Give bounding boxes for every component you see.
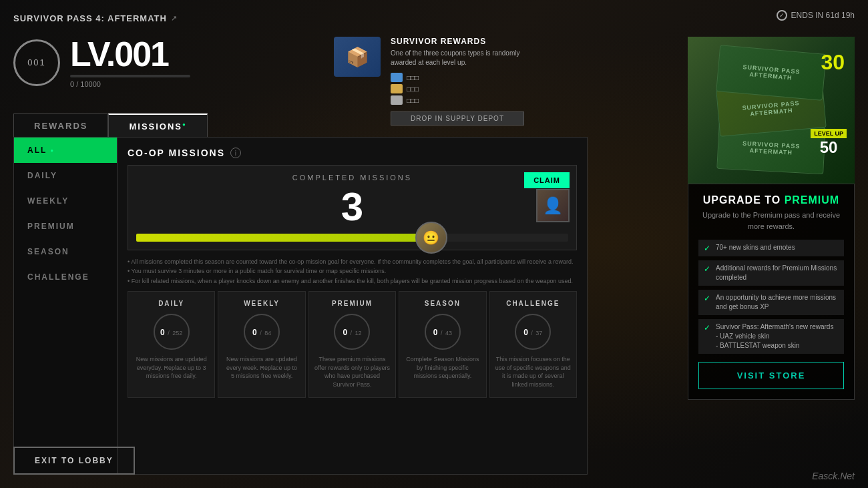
sidebar-item-weekly[interactable]: WEEKLY <box>14 188 117 214</box>
claim-button[interactable]: CLAIM <box>524 172 570 188</box>
weekly-desc: New missions are updated every week. Rep… <box>224 355 299 381</box>
progress-avatar: 😐 <box>415 222 447 254</box>
weekly-circle: 0 / 84 <box>244 314 280 350</box>
reward-color-blue <box>391 73 403 82</box>
mission-card-daily: DAILY 0 / 252 New missions are updated e… <box>128 291 215 397</box>
tab-missions[interactable]: MISSIONS● <box>108 113 207 139</box>
sidebar-item-premium[interactable]: PREMIUM <box>14 214 117 239</box>
premium-label: PREMIUM <box>785 194 840 206</box>
feature-text-2: Additional rewards for Premium Missions … <box>716 264 839 282</box>
external-link-icon[interactable]: ↗ <box>171 14 177 23</box>
upgrade-desc: Upgrade to the Premium pass and receive … <box>698 210 844 232</box>
sidebar-item-season[interactable]: SEASON <box>14 239 117 264</box>
main-content: ALL ● DAILY WEEKLY PREMIUM SEASON CHALLE… <box>13 137 588 475</box>
daily-total-num: 252 <box>172 330 182 336</box>
feature-item-4: ✓ Survivor Pass: Aftermath's new rewards… <box>698 319 844 354</box>
premium-count: 0 <box>343 328 347 337</box>
feature-list: ✓ 70+ new skins and emotes ✓ Additional … <box>698 240 844 354</box>
check-icon-1: ✓ <box>704 244 710 253</box>
all-dot: ● <box>50 148 55 154</box>
coop-progress-fill <box>136 234 439 242</box>
challenge-desc: This mission focuses on the use of speci… <box>495 355 571 389</box>
timer-check-icon: ✓ <box>777 10 787 21</box>
sidebar-item-challenge[interactable]: CHALLENGE <box>14 264 117 290</box>
sidebar-item-all[interactable]: ALL ● <box>14 138 117 163</box>
ends-timer: ✓ ENDS IN 61d 19h <box>777 10 855 21</box>
daily-count: 0 <box>160 328 165 337</box>
survivor-rewards-section: 📦 SURVIVOR REWARDS One of the three coup… <box>334 37 524 126</box>
note-3: • For kill related missions, when a play… <box>128 276 577 286</box>
level-circle: 001 <box>13 39 60 86</box>
feature-text-4: Survivor Pass: Aftermath's new rewards -… <box>716 322 833 350</box>
season-circle: 0 / 43 <box>425 314 461 350</box>
check-icon-4: ✓ <box>704 323 710 332</box>
top-bar: SURVIVOR PASS 4: AFTERMATH ↗ ✓ ENDS IN 6… <box>0 0 868 37</box>
feature-item-2: ✓ Additional rewards for Premium Mission… <box>698 260 844 286</box>
tabs-section: REWARDS MISSIONS● <box>13 113 208 139</box>
mission-card-weekly: WEEKLY 0 / 84 New missions are updated e… <box>218 291 305 397</box>
level-progress: 0 / 10000 <box>70 75 190 88</box>
money-note-1: SURVIVOR PASSAFTERMATH <box>716 45 826 101</box>
right-panel: SURVIVOR PASSAFTERMATH SURVIVOR PASSAFTE… <box>688 37 855 475</box>
season-title: SEASON <box>405 300 480 307</box>
reward-title: SURVIVOR REWARDS <box>391 37 524 46</box>
reward-color-silver <box>391 95 403 105</box>
check-icon-3: ✓ <box>704 294 710 303</box>
completed-title: COMPLETED MISSIONS <box>136 174 568 182</box>
reward-items-list: □□□ □□□ □□□ <box>391 73 524 105</box>
reward-item-silver: □□□ <box>391 95 524 105</box>
level-up-badge: LEVEL UP <box>811 129 847 138</box>
coop-title: CO-OP MISSIONS <box>128 148 225 158</box>
right-content: CO-OP MISSIONS i COMPLETED MISSIONS CLAI… <box>118 138 587 474</box>
reward-item-blue: □□□ <box>391 73 524 82</box>
coop-header: CO-OP MISSIONS i <box>128 148 577 158</box>
upgrade-title: UPGRADE TO PREMIUM <box>698 194 844 206</box>
reward-info: SURVIVOR REWARDS One of the three coupon… <box>391 37 524 126</box>
completed-banner: COMPLETED MISSIONS CLAIM 👤 3 😐 <box>128 165 577 250</box>
game-title: SURVIVOR PASS 4: AFTERMATH <box>13 13 167 23</box>
sidebar-item-daily[interactable]: DAILY <box>14 163 117 188</box>
premium-title: PREMIUM <box>314 300 390 307</box>
avatar-reward: 👤 <box>536 189 570 222</box>
completed-count: 3 <box>136 187 568 227</box>
premium-total-num: 12 <box>355 330 362 336</box>
challenge-total-num: 37 <box>535 330 542 336</box>
drop-supply-button[interactable]: DROP IN SUPPLY DEPOT <box>391 111 524 126</box>
left-sidebar: ALL ● DAILY WEEKLY PREMIUM SEASON CHALLE… <box>14 138 118 474</box>
daily-desc: New missions are updated everyday. Repla… <box>134 355 209 381</box>
challenge-circle: 0 / 37 <box>515 314 551 350</box>
visit-store-button[interactable]: VISIT STORE <box>698 362 844 389</box>
daily-circle: 0 / 252 <box>154 314 190 350</box>
level-section: 001 LV.001 0 / 10000 <box>13 37 190 88</box>
number-50: 50 <box>811 138 847 157</box>
season-desc: Complete Season Missions by finishing sp… <box>405 355 480 381</box>
money-visual: SURVIVOR PASSAFTERMATH SURVIVOR PASSAFTE… <box>718 47 825 174</box>
xp-label: 0 / 10000 <box>70 80 190 88</box>
exit-lobby-button[interactable]: EXIT TO LOBBY <box>13 447 135 475</box>
mission-card-challenge: CHALLENGE 0 / 37 This mission focuses on… <box>489 291 577 397</box>
reward-desc: One of the three coupons types is random… <box>391 49 524 67</box>
level-display: LV.001 <box>70 37 190 71</box>
upgrade-section: UPGRADE TO PREMIUM Upgrade to the Premiu… <box>688 184 855 400</box>
feature-item-3: ✓ An opportunity to achieve more mission… <box>698 290 844 315</box>
coop-info-icon[interactable]: i <box>230 148 241 158</box>
watermark: Easck.Net <box>812 471 855 481</box>
feature-item-1: ✓ 70+ new skins and emotes <box>698 240 844 256</box>
daily-total: / <box>168 330 170 336</box>
xp-bar <box>70 75 190 77</box>
season-total-num: 43 <box>445 330 452 336</box>
tab-rewards[interactable]: REWARDS <box>13 113 108 139</box>
mission-card-premium: PREMIUM 0 / 12 These premium missions of… <box>308 291 396 397</box>
challenge-title: CHALLENGE <box>495 300 571 307</box>
note-2: • You must survive 3 minutes or more in … <box>128 266 577 276</box>
weekly-total-num: 84 <box>264 330 271 336</box>
premium-circle: 0 / 12 <box>334 314 370 350</box>
feature-text-3: An opportunity to achieve more missions … <box>716 293 839 312</box>
premium-desc: These premium missions offer rewards onl… <box>314 355 390 389</box>
check-icon-2: ✓ <box>704 264 710 274</box>
daily-title: DAILY <box>134 300 209 307</box>
season-count: 0 <box>433 328 438 337</box>
reward-color-gold <box>391 84 403 93</box>
weekly-count: 0 <box>252 328 257 337</box>
number-30: 30 <box>821 50 845 75</box>
